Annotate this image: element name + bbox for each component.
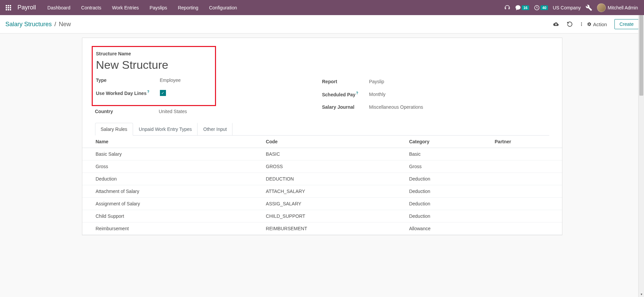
nav-reporting[interactable]: Reporting bbox=[173, 1, 203, 14]
action-dropdown[interactable]: Action bbox=[580, 21, 607, 27]
cell-name: Basic Salary bbox=[82, 148, 262, 160]
cell-category: Gross bbox=[405, 160, 491, 173]
th-code[interactable]: Code bbox=[262, 136, 405, 148]
scheduled-pay-value[interactable]: Monthly bbox=[369, 92, 386, 97]
cell-category: Deduction bbox=[405, 173, 491, 185]
create-button[interactable]: Create bbox=[614, 19, 639, 29]
support-icon[interactable] bbox=[504, 5, 510, 11]
cell-partner bbox=[491, 210, 562, 222]
country-label: Country bbox=[95, 109, 159, 114]
messages-badge: 16 bbox=[522, 5, 529, 10]
cell-partner bbox=[491, 222, 562, 235]
struct-name-label: Structure Name bbox=[96, 51, 212, 56]
scheduled-pay-label: Scheduled Pay? bbox=[322, 91, 369, 97]
worked-day-label: Use Worked Day Lines? bbox=[96, 90, 160, 96]
report-value[interactable]: Payslip bbox=[369, 79, 384, 84]
nav-dashboard[interactable]: Dashboard bbox=[43, 1, 75, 14]
cell-category: Allowance bbox=[405, 222, 491, 235]
activities-icon[interactable]: 40 bbox=[534, 5, 548, 11]
nav-payslips[interactable]: Payslips bbox=[145, 1, 172, 14]
cell-category: Deduction bbox=[405, 185, 491, 198]
cell-partner bbox=[491, 160, 562, 173]
scroll-thumb[interactable] bbox=[639, 15, 643, 96]
country-value[interactable]: United States bbox=[159, 109, 187, 114]
type-value[interactable]: Employee bbox=[160, 78, 181, 83]
cell-name: Gross bbox=[82, 160, 262, 173]
report-label: Report bbox=[322, 79, 369, 84]
table-row[interactable]: GrossGROSSGross bbox=[82, 160, 562, 173]
apps-menu-icon[interactable] bbox=[3, 2, 14, 13]
cell-code: DEDUCTION bbox=[262, 173, 405, 185]
table-row[interactable]: DeductionDEDUCTIONDeduction bbox=[82, 173, 562, 185]
messages-icon[interactable]: 16 bbox=[515, 5, 529, 11]
breadcrumb-parent[interactable]: Salary Structures bbox=[5, 21, 52, 28]
cell-category: Deduction bbox=[405, 198, 491, 210]
breadcrumb-separator: / bbox=[54, 21, 56, 28]
cell-category: Basic bbox=[405, 148, 491, 160]
cell-name: Child Support bbox=[82, 210, 262, 222]
table-row[interactable]: Child SupportCHILD_SUPPORTDeduction bbox=[82, 210, 562, 222]
th-category[interactable]: Category bbox=[405, 136, 491, 148]
topbar: Payroll Dashboard Contracts Work Entries… bbox=[0, 0, 644, 15]
salary-journal-label: Salary Journal bbox=[322, 104, 369, 110]
nav-contracts[interactable]: Contracts bbox=[77, 1, 106, 14]
cell-name: Reimbursement bbox=[82, 222, 262, 235]
breadcrumb-current: New bbox=[59, 21, 71, 28]
salary-journal-value[interactable]: Miscellaneous Operations bbox=[369, 104, 423, 110]
cell-partner bbox=[491, 198, 562, 210]
main-area: Structure Name New Structure Type Employ… bbox=[0, 34, 644, 242]
table-row[interactable]: ReimbursementREIMBURSEMENTAllowance bbox=[82, 222, 562, 235]
help-icon[interactable]: ? bbox=[356, 91, 358, 95]
control-bar: Salary Structures / New Action Create bbox=[0, 15, 644, 34]
worked-day-checkbox[interactable]: ✓ bbox=[160, 90, 166, 96]
table-row[interactable]: Assignment of SalaryASSIG_SALARYDeductio… bbox=[82, 198, 562, 210]
avatar bbox=[597, 3, 606, 12]
cell-partner bbox=[491, 173, 562, 185]
tab-unpaid[interactable]: Unpaid Work Entry Types bbox=[133, 123, 198, 136]
th-partner[interactable]: Partner bbox=[491, 136, 562, 148]
cloud-upload-icon[interactable] bbox=[553, 21, 559, 27]
table-row[interactable]: Attachment of SalaryATTACH_SALARYDeducti… bbox=[82, 185, 562, 198]
highlight-box: Structure Name New Structure Type Employ… bbox=[92, 46, 216, 106]
cell-code: BASIC bbox=[262, 148, 405, 160]
form-sheet: Structure Name New Structure Type Employ… bbox=[82, 38, 562, 235]
debug-tools-icon[interactable] bbox=[586, 4, 592, 11]
nav-work-entries[interactable]: Work Entries bbox=[107, 1, 143, 14]
action-label: Action bbox=[593, 21, 607, 27]
type-label: Type bbox=[96, 78, 160, 83]
nav-configuration[interactable]: Configuration bbox=[204, 1, 242, 14]
cell-code: CHILD_SUPPORT bbox=[262, 210, 405, 222]
company-switcher[interactable]: US Company bbox=[553, 5, 581, 10]
salary-rules-table: Name Code Category Partner Basic SalaryB… bbox=[82, 136, 562, 235]
user-menu[interactable]: Mitchell Admin bbox=[597, 3, 638, 12]
table-row[interactable]: Basic SalaryBASICBasic bbox=[82, 148, 562, 160]
tab-other-input[interactable]: Other Input bbox=[198, 123, 232, 136]
cell-name: Attachment of Salary bbox=[82, 185, 262, 198]
activities-badge: 40 bbox=[541, 5, 548, 10]
cell-partner bbox=[491, 148, 562, 160]
cell-code: ATTACH_SALARY bbox=[262, 185, 405, 198]
cell-code: GROSS bbox=[262, 160, 405, 173]
tabs: Salary Rules Unpaid Work Entry Types Oth… bbox=[95, 123, 549, 136]
cell-category: Deduction bbox=[405, 210, 491, 222]
breadcrumb: Salary Structures / New bbox=[5, 21, 71, 28]
username: Mitchell Admin bbox=[608, 5, 638, 10]
app-title: Payroll bbox=[17, 4, 36, 11]
discard-icon[interactable] bbox=[567, 21, 573, 27]
cell-code: REIMBURSEMENT bbox=[262, 222, 405, 235]
cell-code: ASSIG_SALARY bbox=[262, 198, 405, 210]
struct-name-value[interactable]: New Structure bbox=[96, 58, 212, 71]
cell-name: Assignment of Salary bbox=[82, 198, 262, 210]
topbar-right: 16 40 US Company Mitchell Admin bbox=[504, 3, 638, 12]
scrollbar[interactable]: ▴ ▾ bbox=[638, 15, 644, 242]
tab-salary-rules[interactable]: Salary Rules bbox=[95, 123, 133, 136]
help-icon[interactable]: ? bbox=[147, 90, 149, 94]
right-controls: Action Create bbox=[553, 19, 639, 29]
cell-partner bbox=[491, 185, 562, 198]
cell-name: Deduction bbox=[82, 173, 262, 185]
th-name[interactable]: Name bbox=[82, 136, 262, 148]
top-nav: Dashboard Contracts Work Entries Payslip… bbox=[43, 1, 504, 14]
